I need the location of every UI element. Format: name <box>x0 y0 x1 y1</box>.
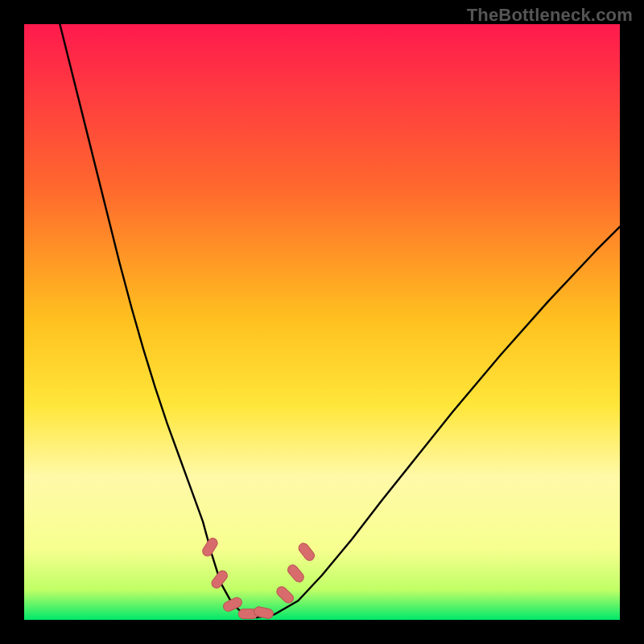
chart-frame: TheBottleneck.com <box>0 0 644 644</box>
bottleneck-chart <box>0 0 644 644</box>
watermark-text: TheBottleneck.com <box>467 5 633 26</box>
